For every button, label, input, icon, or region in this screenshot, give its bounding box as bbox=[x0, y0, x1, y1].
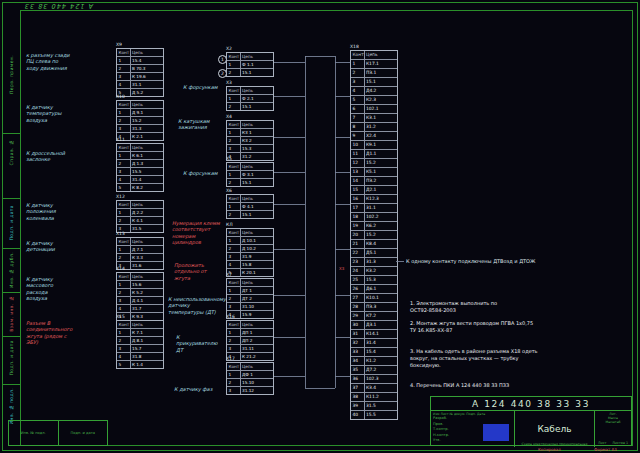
stamp-label: Инв. № дубл. bbox=[9, 252, 14, 288]
pin-row: 2Д 8.1 bbox=[117, 336, 163, 344]
pin-row: 315.1 bbox=[351, 77, 397, 86]
pin-cell: Цепь bbox=[241, 53, 274, 60]
pin-row: 34К1.2 bbox=[351, 356, 397, 365]
pin-row: КонтЦепь bbox=[227, 87, 273, 94]
pin-cell: 1 bbox=[117, 329, 131, 336]
pin-cell: Конт bbox=[227, 195, 241, 202]
pin-cell: 35 bbox=[351, 366, 365, 374]
pin-cell: Д 2.2 bbox=[131, 209, 164, 216]
pin-cell: 16 bbox=[351, 195, 365, 203]
wire-line bbox=[274, 172, 305, 173]
pin-row: КонтЦепь bbox=[117, 321, 163, 328]
pin-cell: 31.7 bbox=[131, 305, 164, 312]
connector-table: КонтЦепь1Ф 4.1215.1 bbox=[226, 194, 274, 219]
pin-cell: 15.5 bbox=[365, 411, 398, 419]
pin-row: КонтЦепь bbox=[117, 101, 163, 108]
pin-row: 331.10 bbox=[227, 302, 273, 310]
pin-row: 2В 70.3 bbox=[117, 64, 163, 72]
pin-cell: 2 bbox=[227, 295, 241, 302]
main-connector-table: КонтЦепь1К17.12ПЗ.1315.14Д4.25К2.36102.1… bbox=[350, 50, 398, 420]
pin-cell: 36 bbox=[351, 375, 365, 383]
pin-cell: 4 bbox=[117, 353, 131, 360]
pin-cell: 2 bbox=[227, 137, 241, 144]
pin-cell: 40 bbox=[351, 411, 365, 419]
pin-row: 18102.2 bbox=[351, 212, 397, 221]
pin-cell: К9.1 bbox=[365, 141, 398, 149]
pin-cell: 8 bbox=[351, 123, 365, 131]
pin-cell: 4 bbox=[227, 261, 241, 268]
pin-cell: К6.2 bbox=[365, 222, 398, 230]
pin-cell: 31.10 bbox=[241, 303, 274, 310]
title-block: А 124 440 38 33 33 Изм Лист № докум. Под… bbox=[430, 396, 632, 446]
pin-cell: 2 bbox=[117, 117, 131, 124]
pin-row: 431.4 bbox=[117, 175, 163, 183]
pin-cell: Конт bbox=[227, 163, 241, 170]
kopiroval-label: Копировал bbox=[538, 447, 561, 452]
pin-cell: 15.4 bbox=[365, 348, 398, 356]
pin-cell: 15.1 bbox=[365, 78, 398, 86]
pin-cell: Конт bbox=[117, 201, 131, 208]
pin-cell: 34 bbox=[351, 357, 365, 365]
connector-label: Х13 bbox=[116, 231, 125, 236]
pin-cell: 3 bbox=[227, 145, 241, 152]
pin-row: 1ДФ 1 bbox=[227, 370, 273, 378]
corner-stamp-cell: Инв. № подл. bbox=[9, 421, 59, 445]
pin-row: 27К10.1 bbox=[351, 293, 397, 302]
format-label: Формат A3 bbox=[594, 447, 617, 452]
pin-row: 5К 1.4 bbox=[117, 360, 163, 368]
pin-cell: Д 10.1 bbox=[241, 237, 274, 244]
pin-cell: 15.1 bbox=[241, 211, 274, 218]
note-4: 4. Перечень ПКИ А 124 440 38 33 ПЗЗ bbox=[410, 382, 615, 389]
pin-row: КонтЦепь bbox=[227, 363, 273, 370]
pin-cell: Цепь bbox=[365, 51, 398, 59]
wire-line bbox=[274, 249, 305, 250]
drawing-sheet: А 124 440 38 33 Перв. примен. Справ. № П… bbox=[0, 0, 640, 453]
pin-cell: Д6.1 bbox=[365, 285, 398, 293]
pin-cell: 31.4 bbox=[365, 339, 398, 347]
corner-designation: А 124 440 38 33 bbox=[22, 2, 96, 10]
pin-row: 315.3 bbox=[227, 144, 273, 152]
pin-cell: ПЗ.1 bbox=[365, 69, 398, 77]
connector-label: Х16 bbox=[226, 314, 235, 319]
pin-cell: 15.1 bbox=[241, 179, 274, 186]
pin-cell: К 5.2 bbox=[131, 289, 164, 296]
pin-row: 24К3.2 bbox=[351, 266, 397, 275]
annotation-shared-contact: К одному контакту подключены ДТВозд и ДТ… bbox=[406, 258, 581, 264]
connector-table: КонтЦепь1ДП 12ДП 2331.114К 21.2 bbox=[226, 320, 274, 361]
pin-row: 1К 6.1 bbox=[117, 151, 163, 159]
pin-row: 1Д 9.1 bbox=[117, 108, 163, 116]
pin-cell: Конт bbox=[117, 144, 131, 151]
pin-cell: Х2.4 bbox=[365, 132, 398, 140]
pin-row: 2ДП 2 bbox=[227, 336, 273, 344]
pin-cell: 1 bbox=[227, 171, 241, 178]
wire-line bbox=[335, 249, 350, 250]
pin-row: 3231.4 bbox=[351, 338, 397, 347]
connector-label: Х14 bbox=[116, 266, 125, 271]
pin-cell: Цепь bbox=[131, 101, 164, 108]
pin-cell: 33 bbox=[351, 348, 365, 356]
pin-row: 831.2 bbox=[351, 122, 397, 131]
pin-cell: Цепь bbox=[241, 321, 274, 328]
annotation-phase-sensor: К датчику фаз bbox=[174, 386, 212, 392]
pin-cell: Д 4.1 bbox=[131, 297, 164, 304]
pin-cell: Цепь bbox=[241, 195, 274, 202]
annotation-lighter: К прикуривателю ДТ bbox=[176, 334, 218, 353]
pin-row: 1Ф 1.1 bbox=[227, 60, 273, 68]
pin-cell: К14.1 bbox=[365, 330, 398, 338]
pin-cell: 15.2 bbox=[365, 231, 398, 239]
connector-label: Х2 bbox=[226, 46, 232, 51]
connector-table: КонтЦепь1Д 2.22К 4.1331.5 bbox=[116, 200, 164, 233]
pin-cell: 15.4 bbox=[131, 57, 164, 64]
pin-cell: Ф 4.1 bbox=[241, 203, 274, 210]
pin-row: 2КЗ 2 bbox=[227, 136, 273, 144]
margin-divider bbox=[3, 384, 20, 385]
title-block-designation: А 124 440 38 33 33 bbox=[431, 397, 631, 411]
pin-cell: Д3.1 bbox=[365, 321, 398, 329]
pin-cell: Конт bbox=[351, 51, 365, 59]
pin-cell: 1 bbox=[227, 203, 241, 210]
pin-cell: К 19.6 bbox=[131, 73, 164, 80]
pin-cell: 15.1 bbox=[241, 103, 274, 110]
pin-row: 215.1 bbox=[227, 68, 273, 76]
pin-cell: Цепь bbox=[241, 363, 274, 370]
pin-cell: Д5.1 bbox=[365, 249, 398, 257]
